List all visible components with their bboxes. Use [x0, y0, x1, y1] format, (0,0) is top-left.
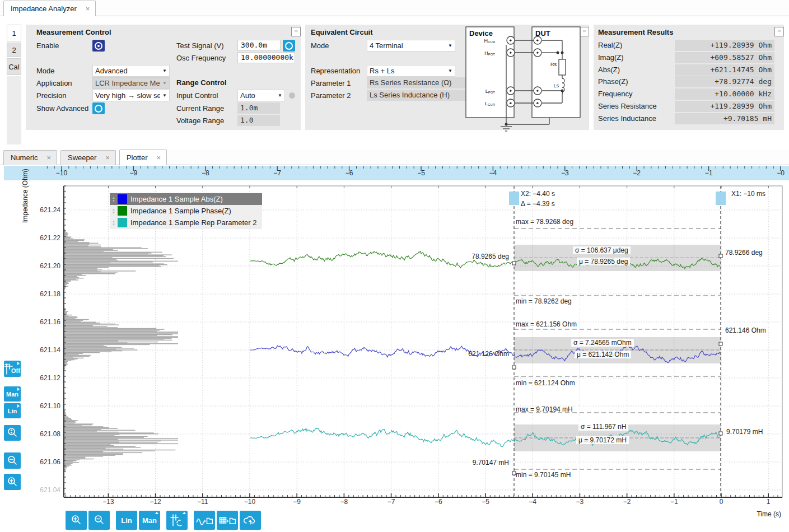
- x-tick-label: −3: [576, 498, 584, 506]
- enable-toggle[interactable]: [92, 40, 105, 52]
- overview-tick-label: −5: [417, 169, 425, 177]
- show-advanced-toggle[interactable]: [92, 102, 105, 114]
- x-tick-label: −11: [197, 498, 208, 506]
- plot-annotation: 621.126 Ohm: [468, 350, 509, 358]
- chevron-down-icon: ▼: [162, 93, 167, 98]
- overview-tick-label: −4: [489, 169, 497, 177]
- input-control-select[interactable]: Auto ▼: [237, 90, 285, 101]
- cloud-upload-button[interactable]: [240, 511, 261, 530]
- circuit-diagram: Device DUT HCUR HPOT LPOT LCUR Rs Ls ++ …: [463, 25, 585, 137]
- plot-annotation: σ = 106.637 μdeg: [573, 246, 631, 254]
- plot-tabbar: Numeric×Sweeper×Plotter×: [0, 149, 789, 165]
- precision-select[interactable]: Very high → slow settlir ▼: [92, 90, 170, 101]
- collapse-measurement-results-button[interactable]: −: [774, 27, 784, 36]
- chevron-down-icon: ▼: [448, 68, 452, 73]
- result-value-field: +78.92774 deg: [675, 76, 774, 87]
- zoom-fit-y-button[interactable]: [4, 425, 21, 441]
- save-plot-button[interactable]: [194, 511, 215, 530]
- reorder-arrows-icon[interactable]: ▲▼: [111, 196, 116, 203]
- rs-label: Rs: [550, 62, 557, 67]
- ls-label: Ls: [553, 83, 559, 88]
- y-tick-label: 621.24: [26, 206, 60, 214]
- legend-item-3[interactable]: ▲▼Impedance 1 Sample Rep Parameter 2: [110, 217, 262, 228]
- reorder-arrows-icon[interactable]: ▲▼: [111, 208, 116, 214]
- equivalent-circuit-title: Equivalent Circuit: [311, 28, 373, 36]
- zoom-in-y-button[interactable]: [4, 474, 21, 490]
- chevron-down-icon: ▼: [162, 81, 167, 86]
- y-tick-label: 621.06: [26, 458, 60, 466]
- manual-scale-button[interactable]: Man: [4, 386, 21, 402]
- legend-swatch: [118, 218, 127, 227]
- time-overview-scrollbar[interactable]: [4, 166, 789, 180]
- close-icon[interactable]: ×: [86, 4, 90, 13]
- zoom-out-y-button[interactable]: [4, 452, 21, 469]
- result-label: Phase(Z): [598, 77, 628, 86]
- zoom-out-x-button[interactable]: [88, 511, 110, 530]
- submenu-arrow-icon: [155, 512, 158, 514]
- zoom-in-x-button[interactable]: [66, 511, 87, 530]
- parameter2-label: Parameter 2: [311, 91, 351, 100]
- osc-frequency-label: Osc Frequency: [176, 54, 226, 62]
- x-tick-label: −5: [482, 498, 489, 506]
- close-icon[interactable]: ×: [156, 153, 161, 162]
- plot-annotation: 621.146 Ohm: [725, 326, 766, 334]
- linear-x-button[interactable]: Lin: [116, 511, 137, 530]
- legend-item-1[interactable]: ▲▼Impedance 1 Sample Abs(Z): [110, 193, 262, 205]
- close-icon[interactable]: ×: [105, 153, 110, 162]
- test-signal-input[interactable]: 300.0m: [237, 40, 281, 51]
- svg-text:+: +: [536, 38, 539, 43]
- plot-annotation: μ = 9.70172 mH: [576, 436, 629, 444]
- plot-annotation: max = 9.70194 mH: [516, 405, 573, 413]
- plot-annotation: 9.70179 mH: [726, 428, 763, 436]
- overview-tick-label: −3: [561, 169, 569, 177]
- test-signal-enable-toggle[interactable]: [283, 40, 295, 52]
- legend-label: Impedance 1 Sample Abs(Z): [130, 195, 223, 203]
- parameter2-field: Ls Series Inductance (H): [367, 90, 468, 101]
- tab-label: Impedance Analyzer: [11, 4, 77, 13]
- representation-select[interactable]: Rs + Ls ▼: [367, 65, 455, 77]
- tab-plotter[interactable]: Plotter×: [119, 150, 167, 165]
- legend-label: Impedance 1 Sample Rep Parameter 2: [130, 218, 256, 227]
- impedance-analyzer-app: Impedance Analyzer × 12Cal Measurement C…: [0, 0, 789, 532]
- plot-annotation: 78.9266 deg: [725, 249, 763, 256]
- submenu-arrow-icon: [17, 362, 20, 365]
- mode-select[interactable]: Advanced ▼: [92, 65, 170, 77]
- svg-text:+: +: [536, 50, 539, 55]
- overview-tick-label: −8: [202, 169, 209, 177]
- submenu-arrow-icon: [183, 512, 186, 514]
- osc-frequency-input[interactable]: 10.00000000k: [237, 52, 295, 63]
- y-tick-label: 621.22: [26, 234, 60, 242]
- side-tab-1[interactable]: 1: [7, 25, 21, 41]
- plot-annotation: max = 78.9268 deg: [516, 218, 573, 226]
- grid-off-button[interactable]: Off: [4, 361, 21, 377]
- grid-settings-button[interactable]: [166, 511, 188, 530]
- tab-sweeper[interactable]: Sweeper×: [60, 150, 116, 165]
- reorder-arrows-icon[interactable]: ▲▼: [111, 220, 116, 226]
- side-tab-2[interactable]: 2: [7, 43, 21, 57]
- test-signal-label: Test Signal (V): [176, 41, 224, 50]
- parameter1-field: Rs Series Resistance (Ω): [367, 77, 468, 88]
- svg-text:+: +: [509, 50, 512, 55]
- result-label: Series Resistance: [598, 102, 657, 110]
- enable-label: Enable: [36, 41, 59, 50]
- result-value-field: +119.28939 Ohm: [675, 40, 774, 51]
- plot-annotation: max = 621.156 Ohm: [516, 320, 577, 328]
- input-control-label: Input Control: [176, 91, 218, 100]
- side-tab-cal[interactable]: Cal: [7, 58, 21, 75]
- ec-mode-select[interactable]: 4 Terminal ▼: [367, 40, 455, 52]
- tab-numeric[interactable]: Numeric×: [3, 150, 57, 165]
- save-data-button[interactable]: [217, 511, 238, 530]
- tab-impedance-analyzer[interactable]: Impedance Analyzer ×: [3, 1, 96, 16]
- range-control-title: Range Control: [176, 78, 227, 87]
- submenu-arrow-icon: [17, 388, 20, 391]
- ec-mode-label: Mode: [311, 41, 329, 50]
- plot-annotation: μ = 621.142 Ohm: [575, 351, 631, 358]
- side-tab-rail: [7, 76, 21, 144]
- linear-scale-button[interactable]: Lin: [4, 403, 21, 418]
- representation-label: Representation: [311, 67, 360, 75]
- manual-x-button[interactable]: Man: [139, 511, 160, 530]
- close-icon[interactable]: ×: [46, 153, 51, 162]
- result-label: Imag(Z): [598, 53, 624, 62]
- legend-item-2[interactable]: ▲▼Impedance 1 Sample Phase(Z): [110, 205, 262, 217]
- collapse-measurement-control-button[interactable]: −: [291, 27, 301, 36]
